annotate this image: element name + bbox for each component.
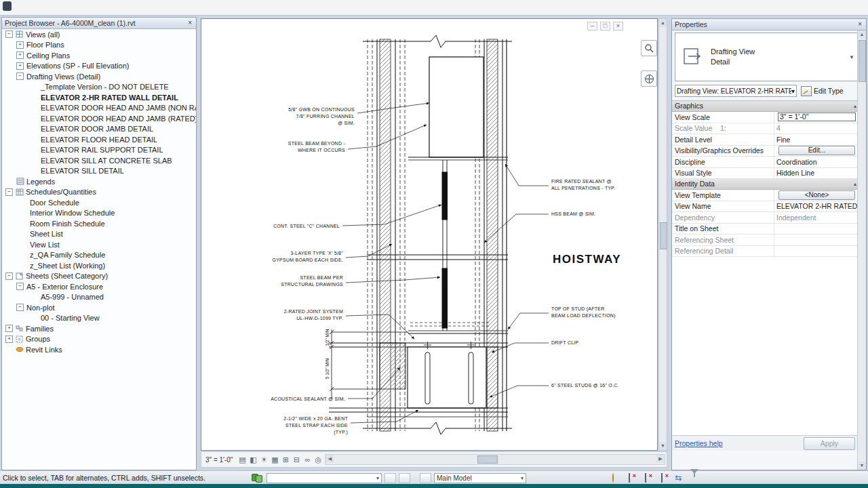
tree-item-floor-head-detail[interactable]: ELEVATOR FLOOR HEAD DETAIL	[2, 134, 196, 145]
property-row-view-name[interactable]: View Name ELEVATOR 2-HR RATED WA...	[672, 201, 859, 213]
drawing-canvas[interactable]: 1/2" MIN 5 1/2" MIN 5/8" GWB ON CONTINUO…	[201, 18, 658, 451]
tree-item-a5-999-unnamed[interactable]: A5-999 - Unnamed	[2, 292, 196, 303]
expand-icon[interactable]: +	[5, 325, 13, 332]
scroll-left-icon[interactable]: ◀	[326, 455, 334, 463]
relinquish-all-icon[interactable]: ×	[656, 473, 668, 483]
identity-section-header[interactable]: Identity Data ▴	[672, 179, 859, 190]
tree-item-qa-family-schedule[interactable]: z_QA Family Schedule	[2, 250, 196, 261]
restore-view-icon[interactable]: □	[600, 22, 610, 30]
chevron-down-icon[interactable]: ▾	[376, 475, 379, 481]
expand-icon[interactable]: +	[16, 52, 24, 59]
tree-item-elevations[interactable]: + Elevations (SP - Full Elevation)	[2, 61, 196, 72]
tree-item-template-version[interactable]: _Template Version - DO NOT DELETE	[2, 82, 196, 93]
collapse-icon[interactable]: −	[16, 283, 24, 290]
editing-requests-icon[interactable]	[399, 473, 410, 483]
minimize-view-icon[interactable]: –	[587, 22, 597, 30]
release-worksets-icon[interactable]: ×	[640, 473, 652, 483]
active-workset-select[interactable]: ▾	[267, 473, 382, 483]
chevron-down-icon[interactable]: ▾	[791, 87, 795, 95]
design-options-icon[interactable]	[420, 473, 431, 483]
tree-item-room-finish-schedule[interactable]: Room Finish Schedule	[2, 218, 196, 229]
section-collapse-icon[interactable]: ▴	[854, 101, 856, 111]
tree-item-sheet-list-working[interactable]: z_Sheet List (Working)	[2, 260, 196, 271]
tree-item-sheets[interactable]: − Sheets (Sheet Category)	[2, 271, 196, 282]
property-row-view-scale[interactable]: View Scale 3" = 1'-0"	[672, 112, 859, 123]
worksets-icon[interactable]	[252, 474, 262, 483]
editable-only-icon[interactable]	[384, 473, 396, 483]
tree-item-a5-exterior-enclosure[interactable]: − A5 - Exterior Enclosure	[2, 281, 196, 292]
tree-item-door-head-jamb-nonrated[interactable]: ELEVATOR DOOR HEAD AND JAMB (NON RATED	[2, 103, 196, 114]
reload-latest-icon[interactable]: ⇆	[673, 473, 684, 483]
canvas-horizontal-scrollbar[interactable]: ◀ ▶	[325, 454, 665, 465]
chevron-down-icon[interactable]: ▾	[846, 54, 857, 60]
crop-region-icon[interactable]: ⊟	[291, 455, 302, 464]
property-row-detail-level[interactable]: Detail Level Fine	[672, 134, 859, 146]
zoom-tool-button[interactable]	[641, 40, 657, 56]
view-scale-control[interactable]: 3" = 1'-0"	[201, 456, 237, 464]
collapse-icon[interactable]: −	[16, 73, 24, 80]
tree-item-views[interactable]: − Views (all)	[2, 29, 196, 40]
close-view-icon[interactable]: ×	[613, 22, 623, 30]
tree-item-door-schedule[interactable]: Door Schedule	[2, 197, 196, 208]
collapse-icon[interactable]: −	[5, 188, 13, 196]
tree-item-legends[interactable]: Legends	[2, 176, 196, 187]
tree-item-00-starting-view[interactable]: 00 - Starting View	[2, 313, 196, 324]
expand-icon[interactable]: +	[16, 41, 24, 49]
type-combo[interactable]: Drafting View: ELEVATOR 2-HR RATED WA ▾	[675, 85, 797, 97]
chevron-down-icon[interactable]: ▾	[521, 475, 524, 481]
crop-view-icon[interactable]: ⊞	[280, 455, 291, 464]
tree-item-families[interactable]: + Families	[2, 323, 196, 334]
property-row-vg-overrides[interactable]: Visibility/Graphics Overrides Edit...	[672, 146, 859, 157]
detail-level-icon[interactable]: ▤	[237, 455, 248, 464]
visual-style-icon[interactable]: ◧	[248, 455, 258, 464]
tree-item-ceiling-plans[interactable]: + Ceiling Plans	[2, 50, 196, 61]
tree-item-rail-support-detail[interactable]: ELEVATOR RAIL SUPPORT DETAIL	[2, 145, 196, 156]
project-browser-titlebar[interactable]: Project Browser - A6-4000M_clean (1).rvt…	[2, 18, 196, 29]
close-icon[interactable]: ×	[856, 19, 863, 30]
view-scale-value[interactable]: 3" = 1'-0"	[778, 113, 856, 121]
steering-wheel-button[interactable]	[641, 70, 657, 87]
tree-item-door-head-jamb-rated[interactable]: ELEVATOR DOOR HEAD AND JAMB (RATED)	[2, 113, 196, 124]
scroll-down-icon[interactable]: ▼	[858, 462, 866, 470]
section-collapse-icon[interactable]: ▴	[854, 179, 856, 189]
tree-item-drafting-views[interactable]: − Drafting Views (Detail)	[2, 71, 196, 82]
tree-item-interior-window-schedule[interactable]: Interior Window Schedule	[2, 208, 196, 219]
tree-item-revit-links[interactable]: Revit Links	[2, 344, 196, 355]
collapse-icon[interactable]: −	[5, 30, 13, 38]
tree-item-sheet-list[interactable]: Sheet List	[2, 229, 196, 240]
properties-help-link[interactable]: Properties help	[675, 439, 804, 447]
expand-icon[interactable]: +	[16, 62, 24, 70]
canvas-vertical-scrollbar[interactable]: ▲ ▼	[658, 18, 667, 451]
scroll-right-icon[interactable]: ▶	[656, 455, 665, 463]
view-template-button[interactable]: <None>	[778, 190, 855, 200]
scroll-up-icon[interactable]: ▲	[858, 30, 866, 39]
scroll-down-icon[interactable]: ▼	[659, 442, 667, 450]
edit-type-button[interactable]: Edit Type	[801, 85, 844, 97]
unloaded-links-icon[interactable]: ×	[624, 473, 635, 483]
close-icon[interactable]: ×	[186, 18, 193, 28]
property-row-title-on-sheet[interactable]: Title on Sheet	[672, 224, 859, 235]
tree-item-door-jamb-detail[interactable]: ELEVATOR DOOR JAMB DETAIL	[2, 124, 196, 135]
temporary-hide-icon[interactable]: ∞	[302, 455, 313, 464]
tree-item-floor-plans[interactable]: + Floor Plans	[2, 40, 196, 51]
tree-item-schedules[interactable]: − Schedules/Quantities	[2, 187, 196, 198]
property-row-discipline[interactable]: Discipline Coordination	[672, 157, 859, 168]
scroll-up-icon[interactable]: ▲	[659, 19, 667, 27]
type-selector[interactable]: Drafting View Detail ▾	[675, 33, 858, 81]
expand-icon[interactable]: +	[5, 336, 13, 343]
scrollbar-thumb[interactable]	[477, 455, 498, 464]
worksharing-display-icon[interactable]	[608, 473, 619, 483]
tree-item-sill-at-concrete-slab[interactable]: ELEVATOR SILL AT CONCRETE SLAB	[2, 155, 196, 166]
apply-button[interactable]: Apply	[804, 437, 855, 450]
properties-scrollbar[interactable]: ▲ ▼	[857, 30, 866, 470]
property-row-visual-style[interactable]: Visual Style Hidden Line	[672, 168, 859, 180]
scrollbar-thumb[interactable]	[660, 222, 667, 249]
shadows-icon[interactable]: ▦	[269, 455, 280, 464]
reveal-hidden-icon[interactable]: ◎	[313, 455, 323, 464]
tree-item-groups[interactable]: + Groups	[2, 334, 196, 345]
tree-item-view-list[interactable]: View List	[2, 239, 196, 250]
collapse-icon[interactable]: −	[5, 272, 13, 280]
graphics-section-header[interactable]: Graphics ▴	[672, 101, 859, 112]
tree-item-non-plot[interactable]: − Non-plot	[2, 302, 196, 313]
edit-overrides-button[interactable]: Edit...	[778, 146, 855, 155]
